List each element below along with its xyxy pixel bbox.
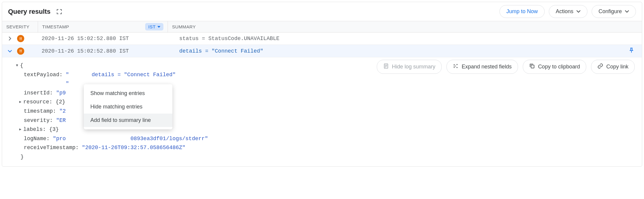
col-header-timestamp-label: Timestamp	[42, 24, 69, 29]
hide-log-summary-label: Hide log summary	[392, 64, 435, 70]
results-header: Query results Jump to Now Actions Config…	[2, 2, 642, 21]
log-details: Hide log summary Expand nested fields Co…	[2, 57, 642, 166]
copy-icon	[529, 63, 535, 71]
expand-nested-label: Expand nested fields	[462, 64, 512, 70]
chevron-down-icon[interactable]	[6, 49, 13, 53]
timezone-label: IST	[148, 24, 156, 29]
menu-add-field[interactable]: Add field to summary line	[84, 114, 172, 127]
svg-rect-1	[531, 65, 534, 68]
fullscreen-icon[interactable]	[55, 7, 64, 16]
details-button-row: Hide log summary Expand nested fields Co…	[377, 60, 635, 74]
copy-clipboard-label: Copy to clipboard	[538, 64, 580, 70]
results-title: Query results	[8, 8, 51, 16]
pin-icon[interactable]	[628, 47, 635, 55]
column-headers: Severity Timestamp IST Summary	[2, 21, 642, 33]
triangle-right-icon[interactable]: ▸	[17, 125, 23, 134]
severity-error-badge: !!	[17, 35, 24, 42]
expand-nested-button[interactable]: Expand nested fields	[446, 60, 518, 74]
expand-icon	[453, 63, 459, 71]
link-icon	[597, 63, 603, 71]
menu-show-matching[interactable]: Show matching entries	[84, 87, 172, 100]
copy-link-button[interactable]: Copy link	[591, 60, 635, 74]
severity-error-badge: !!	[17, 48, 24, 55]
configure-button[interactable]: Configure	[592, 5, 636, 18]
col-header-summary: Summary	[168, 21, 642, 32]
chevron-right-icon[interactable]	[6, 36, 13, 41]
timezone-button[interactable]: IST	[145, 23, 163, 30]
copy-clipboard-button[interactable]: Copy to clipboard	[523, 60, 586, 74]
log-row[interactable]: !! 2020-11-26 15:02:52.880 IST details =…	[2, 45, 642, 57]
jump-to-now-button[interactable]: Jump to Now	[499, 5, 545, 18]
log-summary: status = StatusCode.UNAVAILABLE	[179, 36, 280, 42]
triangle-right-icon[interactable]: ▸	[17, 97, 23, 107]
receipt-icon	[383, 63, 389, 71]
col-header-timestamp: Timestamp IST	[38, 21, 168, 32]
log-timestamp: 2020-11-26 15:02:52.880 IST	[42, 48, 167, 54]
chevron-down-icon	[157, 24, 160, 29]
triangle-down-icon[interactable]: ▾	[14, 61, 20, 70]
actions-label: Actions	[556, 8, 573, 15]
chevron-down-icon	[625, 10, 629, 13]
log-timestamp: 2020-11-26 15:02:52.880 IST	[42, 36, 167, 42]
jump-to-now-label: Jump to Now	[506, 8, 538, 15]
log-row[interactable]: !! 2020-11-26 15:02:52.880 IST status = …	[2, 33, 642, 45]
field-context-menu: Show matching entries Hide matching entr…	[84, 84, 172, 129]
col-header-severity: Severity	[2, 21, 38, 32]
copy-link-label: Copy link	[606, 64, 628, 70]
log-summary: details = "Connect Failed"	[179, 48, 263, 54]
actions-button[interactable]: Actions	[549, 5, 587, 18]
query-results-panel: Query results Jump to Now Actions Config…	[2, 2, 642, 167]
chevron-down-icon	[576, 10, 581, 13]
hide-log-summary-button[interactable]: Hide log summary	[377, 60, 442, 74]
menu-hide-matching[interactable]: Hide matching entries	[84, 100, 172, 114]
configure-label: Configure	[599, 8, 622, 15]
